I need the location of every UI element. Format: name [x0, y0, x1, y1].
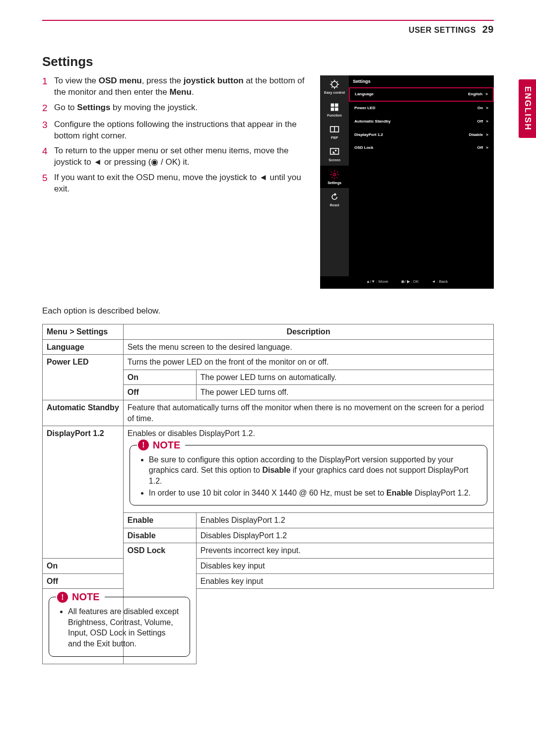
svg-point-8 — [335, 150, 336, 151]
osd-row-value: Off > — [477, 145, 488, 151]
osdlock-note-cell: ! NOTE All features are disabled except … — [43, 589, 197, 664]
th-menu: Menu > Settings — [43, 324, 124, 340]
osd-side-reset[interactable]: Reset — [320, 188, 349, 210]
osd-row-label: Language — [355, 92, 374, 97]
step-item: 3Configure the options following the ins… — [42, 119, 305, 142]
svg-rect-2 — [331, 107, 335, 111]
note-label: NOTE — [153, 439, 181, 452]
row-auto-label: Automatic Standby — [43, 400, 124, 426]
row-powerled-desc: Turns the power LED on the front of the … — [123, 355, 493, 370]
osdlock-note-item: All features are disabled except Brightn… — [68, 606, 181, 649]
svg-rect-3 — [335, 107, 338, 111]
osd-row-label: DisplayPort 1.2 — [354, 132, 383, 138]
osd-footer: ▲/▼ : Move ◉/ ▶ : OK ◄ : Back — [320, 276, 494, 289]
sub-heading: Each option is described below. — [42, 306, 494, 317]
pbp-icon — [320, 125, 349, 134]
row-dp-desc-cell: Enables or disables DisplayPort 1.2. ! N… — [123, 426, 493, 513]
osd-side-func[interactable]: Function — [320, 98, 349, 121]
svg-rect-0 — [331, 103, 335, 107]
dp-enable-label: Enable — [123, 513, 196, 528]
osd-row-label: OSD Lock — [354, 145, 373, 151]
note-label: NOTE — [72, 590, 100, 604]
powerled-on-desc: The power LED turns on automatically. — [196, 370, 493, 385]
alert-icon: ! — [57, 592, 68, 603]
osd-side-label: PBP — [320, 135, 349, 140]
row-osdlock-desc: Prevents incorrect key input. — [196, 543, 493, 559]
screen-icon — [320, 147, 349, 157]
row-language-label: Language — [43, 339, 124, 355]
osd-side-settings[interactable]: Settings — [320, 166, 349, 188]
page-number: 29 — [478, 24, 494, 35]
osd-side-label: Screen — [320, 158, 349, 162]
step-item: 4To return to the upper menu or set othe… — [42, 145, 305, 168]
dp-note-item: Be sure to configure this option accordi… — [149, 454, 478, 487]
reset-icon — [320, 192, 349, 202]
osd-row-label: Automatic Standby — [354, 119, 391, 125]
note-title: ! NOTE — [137, 439, 186, 452]
svg-rect-1 — [335, 103, 338, 107]
step-item: 5If you want to exit the OSD menu, move … — [42, 172, 305, 195]
powerled-on-label: On — [123, 370, 196, 385]
osd-preview: Easy controlFunctionPBPScreenSettingsRes… — [320, 75, 494, 289]
row-language-desc: Sets the menu screen to the desired lang… — [123, 339, 493, 355]
settings-description-table: Menu > Settings Description Language Set… — [42, 324, 494, 664]
svg-marker-7 — [333, 151, 335, 154]
header-section: USER SETTINGS — [408, 26, 475, 34]
osd-side-pbp[interactable]: PBP — [320, 121, 349, 143]
step-item: 2Go to Settings by moving the joystick. — [42, 102, 305, 115]
osd-title: Settings — [349, 75, 494, 87]
osd-row[interactable]: LanguageEnglish > — [349, 87, 494, 102]
osdlock-off-label: Off — [43, 573, 124, 589]
osd-hint-ok: ◉/ ▶ : OK — [401, 279, 419, 285]
osd-row[interactable]: DisplayPort 1.2Disable > — [349, 128, 494, 142]
osd-row-value: English > — [468, 92, 488, 97]
osd-row[interactable]: Power LEDOn > — [349, 102, 494, 115]
note-title: ! NOTE — [56, 590, 105, 604]
page-title: Settings — [42, 53, 494, 70]
osd-row-value: Off > — [477, 119, 488, 125]
dp-disable-label: Disable — [123, 528, 196, 543]
osd-side-label: Settings — [320, 181, 349, 185]
alert-icon: ! — [138, 440, 149, 450]
row-auto-desc: Feature that automatically turns off the… — [123, 400, 493, 426]
osd-row-label: Power LED — [354, 106, 375, 111]
osd-row-value: On > — [477, 106, 488, 111]
step-item: 1To view the OSD menu, press the joystic… — [42, 75, 305, 98]
osdlock-note-box: ! NOTE All features are disabled except … — [49, 597, 190, 656]
steps-list: 1To view the OSD menu, press the joystic… — [42, 75, 305, 199]
osdlock-off-desc: Enables key input — [196, 573, 493, 589]
language-tab: ENGLISH — [519, 79, 536, 138]
powerled-off-desc: The power LED turns off. — [196, 385, 493, 400]
powerled-off-label: Off — [123, 385, 196, 400]
dp-disable-desc: Disables DisplayPort 1.2 — [196, 528, 493, 543]
osdlock-on-label: On — [43, 558, 124, 573]
osdlock-on-desc: Disables key input — [196, 558, 493, 573]
osd-side-screen[interactable]: Screen — [320, 143, 349, 165]
th-description: Description — [123, 324, 493, 340]
dp-note-item: In order to use 10 bit color in 3440 X 1… — [149, 488, 478, 499]
osd-side-label: Function — [320, 113, 349, 118]
easy-icon — [320, 79, 349, 89]
osd-row[interactable]: Automatic StandbyOff > — [349, 115, 494, 128]
osd-side-easy[interactable]: Easy control — [320, 75, 349, 98]
settings-icon — [320, 170, 349, 180]
page-header: USER SETTINGS 29 — [42, 23, 494, 36]
osd-hint-move: ▲/▼ : Move — [366, 279, 388, 285]
dp-enable-desc: Enables DisplayPort 1.2 — [196, 513, 493, 528]
osd-side-label: Easy control — [320, 90, 349, 95]
osd-hint-back: ◄ : Back — [432, 279, 448, 285]
osd-row-value: Disable > — [469, 132, 488, 138]
dp-note-box: ! NOTE Be sure to configure this option … — [130, 445, 487, 505]
osd-row[interactable]: OSD LockOff > — [349, 141, 494, 155]
row-dp-desc: Enables or disables DisplayPort 1.2. — [128, 429, 255, 438]
row-powerled-label: Power LED — [43, 355, 124, 400]
row-dp-label: DisplayPort 1.2 — [43, 426, 124, 559]
func-icon — [320, 102, 349, 112]
osd-side-label: Reset — [320, 203, 349, 207]
